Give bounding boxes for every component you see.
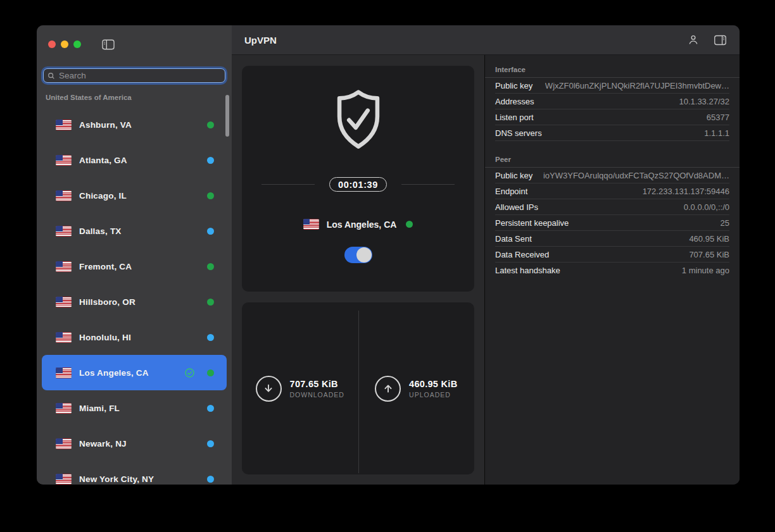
uploaded-stat: 460.95 KiB UPLOADED bbox=[358, 302, 475, 474]
status-dot bbox=[207, 157, 214, 164]
downloaded-stat: 707.65 KiB DOWNLOADED bbox=[242, 302, 358, 474]
search-input[interactable] bbox=[58, 70, 222, 81]
status-dot bbox=[207, 476, 214, 483]
location-label: Chicago, IL bbox=[79, 191, 127, 201]
detail-row-latest-handshake: Latest handshake 1 minute ago bbox=[495, 263, 729, 278]
shield-check-icon bbox=[332, 88, 384, 154]
us-flag-icon bbox=[303, 219, 319, 230]
search-icon bbox=[47, 71, 56, 80]
main-area: UpVPN bbox=[232, 25, 740, 485]
uploaded-label: UPLOADED bbox=[409, 391, 457, 399]
detail-row-persistent-keepalive: Persistent keepalive 25 bbox=[495, 215, 729, 231]
location-item-honolulu[interactable]: Honolulu, HI bbox=[42, 319, 227, 355]
uploaded-value: 460.95 KiB bbox=[409, 379, 457, 389]
download-arrow-icon bbox=[256, 376, 282, 402]
upload-arrow-icon bbox=[375, 376, 401, 402]
stats-card: 707.65 KiB DOWNLOADED 460.95 KiB UPLO bbox=[242, 302, 474, 474]
location-item-fremont[interactable]: Fremont, CA bbox=[42, 249, 227, 284]
detail-row-data-sent: Data Sent 460.95 KiB bbox=[495, 231, 729, 247]
location-item-new-york-city[interactable]: New York City, NY bbox=[42, 461, 227, 485]
app-title: UpVPN bbox=[244, 35, 277, 46]
status-dot bbox=[406, 221, 413, 228]
us-flag-icon bbox=[56, 368, 72, 378]
us-flag-icon bbox=[56, 474, 72, 485]
us-flag-icon bbox=[56, 120, 72, 130]
connected-location-label: Los Angeles, CA bbox=[327, 220, 397, 230]
zoom-window-button[interactable] bbox=[73, 40, 81, 48]
sidebar-scrollbar[interactable] bbox=[225, 95, 229, 137]
location-item-los-angeles-selected[interactable]: Los Angeles, CA bbox=[42, 355, 227, 390]
detail-row-data-received: Data Received 707.65 KiB bbox=[495, 247, 729, 263]
close-window-button[interactable] bbox=[48, 40, 56, 48]
status-dot bbox=[207, 440, 214, 447]
detail-row-listen-port: Listen port 65377 bbox=[495, 109, 729, 125]
detail-row-endpoint: Endpoint 172.233.131.137:59446 bbox=[495, 183, 729, 199]
titlebar: UpVPN bbox=[232, 25, 740, 55]
status-dot bbox=[207, 369, 214, 376]
window-controls bbox=[37, 25, 232, 53]
account-icon[interactable] bbox=[687, 34, 700, 46]
session-timer-row: 00:01:39 bbox=[242, 177, 474, 192]
search-field[interactable] bbox=[43, 68, 225, 83]
detail-row-peer-public-key: Public key ioYW3YFOArulqqo/udxFCTaQzS27Q… bbox=[495, 168, 729, 183]
location-label: Newark, NJ bbox=[79, 439, 127, 448]
location-item-dallas[interactable]: Dallas, TX bbox=[42, 213, 227, 249]
us-flag-icon bbox=[56, 155, 72, 166]
us-flag-icon bbox=[56, 403, 72, 414]
us-flag-icon bbox=[56, 190, 72, 201]
location-label: Fremont, CA bbox=[79, 262, 132, 271]
sidebar-left-icon bbox=[101, 39, 115, 51]
divider bbox=[261, 184, 315, 185]
connected-check-icon bbox=[184, 368, 195, 378]
detail-row-addresses: Addresses 10.1.33.27/32 bbox=[495, 94, 729, 109]
location-label: Hillsboro, OR bbox=[79, 297, 135, 307]
location-item-newark[interactable]: Newark, NJ bbox=[42, 426, 227, 461]
downloaded-label: DOWNLOADED bbox=[290, 391, 344, 399]
location-item-hillsboro[interactable]: Hillsboro, OR bbox=[42, 284, 227, 319]
interface-section-header: Interface bbox=[485, 55, 740, 78]
location-label: Honolulu, HI bbox=[79, 333, 131, 342]
vpn-toggle[interactable] bbox=[344, 247, 372, 263]
location-label: Ashburn, VA bbox=[79, 120, 132, 130]
peer-rows: Public key ioYW3YFOArulqqo/udxFCTaQzS27Q… bbox=[485, 168, 740, 278]
divider bbox=[401, 184, 455, 185]
status-dot bbox=[207, 121, 214, 128]
minimize-window-button[interactable] bbox=[61, 40, 68, 48]
us-flag-icon bbox=[56, 226, 72, 237]
toggle-knob bbox=[356, 247, 372, 263]
status-dot bbox=[207, 405, 214, 412]
detail-row-allowed-ips: Allowed IPs 0.0.0.0/0,::/0 bbox=[495, 199, 729, 215]
us-flag-icon bbox=[56, 261, 72, 272]
detail-row-dns-servers: DNS servers 1.1.1.1 bbox=[495, 125, 729, 141]
location-label: Miami, FL bbox=[79, 404, 120, 413]
location-label: New York City, NY bbox=[79, 474, 154, 484]
app-window: United States of America Ashburn, VA Atl… bbox=[37, 25, 740, 485]
toggle-details-panel-icon[interactable] bbox=[714, 34, 727, 46]
location-item-chicago[interactable]: Chicago, IL bbox=[42, 178, 227, 213]
location-list: Ashburn, VA Atlanta, GA Chicago, IL Dall… bbox=[37, 107, 232, 485]
us-flag-icon bbox=[56, 332, 72, 343]
us-flag-icon bbox=[56, 297, 72, 307]
status-dot bbox=[207, 334, 214, 341]
location-label: Atlanta, GA bbox=[79, 156, 127, 165]
details-panel: Interface Public key WjxZF0l6unZKjPLNQki… bbox=[485, 55, 740, 485]
toggle-sidebar-button[interactable] bbox=[101, 38, 115, 51]
country-section-header: United States of America bbox=[46, 94, 232, 101]
location-label: Los Angeles, CA bbox=[79, 368, 149, 378]
detail-row-public-key: Public key WjxZF0l6unZKjPLNQkiR2flA7UJPE… bbox=[495, 78, 729, 94]
peer-section-header: Peer bbox=[485, 141, 740, 168]
sidebar: United States of America Ashburn, VA Atl… bbox=[37, 25, 232, 485]
session-timer: 00:01:39 bbox=[329, 177, 387, 192]
location-item-atlanta[interactable]: Atlanta, GA bbox=[42, 142, 227, 178]
status-dot bbox=[207, 228, 214, 235]
location-label: Dallas, TX bbox=[79, 226, 122, 236]
location-item-miami[interactable]: Miami, FL bbox=[42, 390, 227, 426]
connection-card: 00:01:39 Los Angeles, CA bbox=[242, 66, 474, 292]
downloaded-value: 707.65 KiB bbox=[290, 379, 344, 389]
content-area: 00:01:39 Los Angeles, CA bbox=[232, 55, 740, 485]
status-dot bbox=[207, 263, 214, 270]
location-item-ashburn[interactable]: Ashburn, VA bbox=[42, 107, 227, 142]
connection-column: 00:01:39 Los Angeles, CA bbox=[232, 55, 484, 485]
interface-rows: Public key WjxZF0l6unZKjPLNQkiR2flA7UJPE… bbox=[485, 78, 740, 141]
us-flag-icon bbox=[56, 438, 72, 449]
